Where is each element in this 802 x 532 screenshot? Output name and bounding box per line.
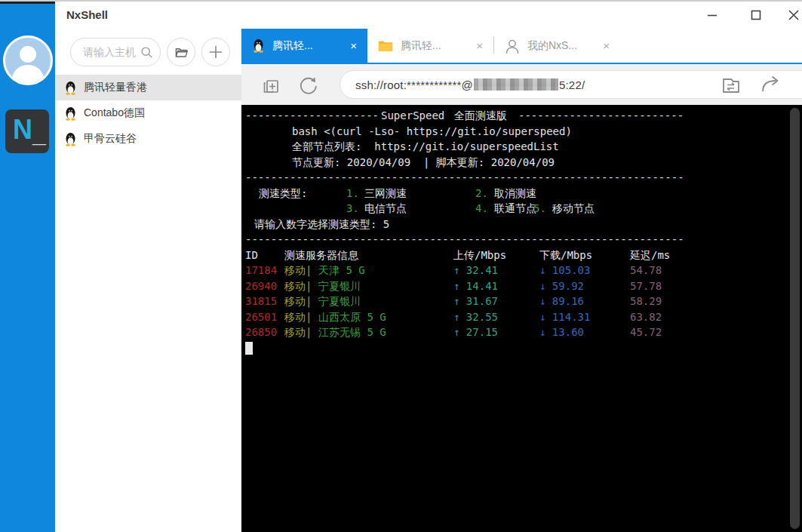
close-icon	[788, 9, 800, 21]
upload-mbps: ↑ 14.41	[453, 278, 498, 294]
location: 山西太原 5 G	[318, 309, 386, 325]
host-label: Contabo德国	[84, 106, 145, 120]
host-search[interactable]	[70, 38, 161, 66]
tab-bar: 腾讯轻...× 腾讯轻...× 我的NxS...×	[241, 29, 802, 63]
latency-ms: 45.72	[630, 324, 662, 340]
speedtest-table-row: 31815移动|宁夏银川↑ 31.67↓ 89.1658.29	[245, 294, 785, 309]
download-mbps: ↓ 59.92	[539, 278, 584, 294]
host-panel: 腾讯轻量香港 Contabo德国 甲骨云硅谷	[55, 29, 241, 532]
logo-underscore: _	[32, 120, 46, 148]
reload-icon	[298, 75, 319, 96]
user-avatar[interactable]	[3, 35, 53, 85]
tab-1[interactable]: 腾讯轻...×	[367, 29, 493, 63]
person-icon	[505, 38, 520, 54]
carrier: 移动|	[284, 324, 312, 340]
host-item-2[interactable]: 甲骨云硅谷	[55, 126, 241, 152]
add-host-button[interactable]	[201, 38, 230, 66]
address-suffix: 5:22/	[559, 78, 585, 91]
latency-ms: 57.78	[630, 278, 662, 294]
upload-mbps: ↑ 32.55	[453, 309, 498, 325]
terminal[interactable]: ---------------------SuperSpeed全面测速版----…	[241, 105, 802, 532]
minimize-button[interactable]	[695, 2, 730, 29]
host-label: 腾讯轻量香港	[84, 81, 147, 94]
download-mbps: ↓ 89.16	[539, 294, 584, 309]
folder-icon	[174, 45, 189, 60]
tab-label: 我的NxS...	[527, 39, 592, 53]
carrier: 移动|	[284, 309, 312, 325]
node-id: 26940	[245, 278, 277, 294]
terminal-line: 3.电信节点4.联通节点5.移动节点	[245, 201, 785, 217]
search-icon	[140, 46, 153, 59]
location: 宁夏银川	[318, 294, 361, 309]
terminal-line: bash <(curl -Lso- https://git.io/supersp…	[245, 124, 785, 140]
open-folder-button[interactable]	[167, 38, 195, 66]
tux-icon	[64, 132, 77, 146]
terminal-line: 全部节点列表: https://git.io/superspeedList	[245, 139, 785, 155]
col-upload: 上传/Mbps	[453, 248, 506, 263]
speedtest-table-row: 26850移动|江苏无锡 5 G↑ 27.15↓ 13.6045.72	[245, 324, 785, 340]
terminal-line: 测速类型:1.三网测速2.取消测速	[245, 186, 785, 201]
duplicate-plus-icon	[261, 75, 281, 95]
upload-mbps: ↑ 27.15	[453, 324, 498, 340]
nxshell-logo[interactable]: N _	[5, 109, 49, 153]
tab-0[interactable]: 腾讯轻...×	[241, 29, 367, 63]
app-title: NxShell	[66, 8, 108, 21]
carrier: 移动|	[284, 294, 312, 309]
terminal-cursor	[245, 342, 253, 355]
download-mbps: ↓ 13.60	[539, 324, 584, 340]
plus-icon	[209, 45, 223, 59]
tux-icon	[64, 81, 77, 95]
host-list: 腾讯轻量香港 Contabo德国 甲骨云硅谷	[55, 75, 241, 152]
tab-close-icon[interactable]: ×	[600, 39, 613, 52]
upload-mbps: ↑ 32.41	[453, 263, 498, 278]
download-mbps: ↓ 114.31	[539, 309, 590, 325]
tab-close-icon[interactable]: ×	[347, 39, 360, 52]
node-id: 31815	[245, 294, 277, 309]
terminal-line: 请输入数字选择测速类型: 5	[245, 217, 785, 232]
minimize-icon	[706, 9, 718, 21]
person-avatar-icon	[5, 38, 51, 83]
tab-label: 腾讯轻...	[272, 39, 340, 53]
maximize-icon	[750, 9, 762, 21]
col-download: 下载/Mbps	[539, 248, 592, 263]
file-transfer-icon	[721, 75, 742, 96]
file-transfer-button[interactable]	[718, 73, 744, 97]
nxshell-window: N _ NxShell	[0, 0, 802, 532]
speedtest-table-header: ID测速服务器信息上传/Mbps下载/Mbps延迟/ms	[245, 248, 785, 263]
tux-icon	[64, 106, 77, 121]
maximize-button[interactable]	[739, 2, 773, 29]
upload-mbps: ↑ 31.67	[453, 294, 498, 309]
curved-arrow-icon	[759, 75, 782, 96]
tab-close-icon[interactable]: ×	[473, 39, 486, 52]
tab-2[interactable]: 我的NxS...×	[494, 29, 620, 63]
tux-icon	[252, 38, 265, 53]
speedtest-table-row: 26940移动|宁夏银川↑ 14.41↓ 59.9257.78	[245, 278, 785, 294]
latency-ms: 54.78	[630, 263, 662, 278]
session-toolbar: ssh://root:************@5:22/	[241, 64, 802, 105]
reload-button[interactable]	[296, 73, 321, 97]
terminal-line: ---------------------SuperSpeed全面测速版----…	[245, 108, 785, 124]
forward-button[interactable]	[757, 73, 783, 97]
latency-ms: 58.29	[630, 294, 662, 309]
terminal-line: ----------------------------------------…	[245, 232, 785, 248]
node-id: 17184	[245, 263, 277, 278]
folder-icon	[378, 39, 393, 52]
terminal-scrollbar[interactable]	[790, 108, 800, 529]
location: 天津 5 G	[318, 263, 365, 278]
host-item-0[interactable]: 腾讯轻量香港	[55, 75, 241, 100]
host-item-1[interactable]: Contabo德国	[55, 100, 241, 126]
search-input[interactable]	[81, 45, 146, 59]
redacted-ip	[474, 78, 558, 91]
carrier: 移动|	[284, 263, 312, 278]
close-button[interactable]	[776, 2, 802, 29]
address-prefix: ssh://root:************@	[355, 78, 473, 91]
speedtest-table-row: 17184移动|天津 5 G↑ 32.41↓ 105.0354.78	[245, 263, 785, 278]
terminal-line: ----------------------------------------…	[245, 170, 785, 186]
tab-label: 腾讯轻...	[401, 39, 466, 53]
new-session-button[interactable]	[258, 73, 284, 97]
latency-ms: 63.82	[630, 309, 662, 325]
node-id: 26850	[245, 324, 277, 340]
download-mbps: ↓ 105.03	[539, 263, 590, 278]
col-latency: 延迟/ms	[630, 248, 670, 263]
location: 江苏无锡 5 G	[318, 324, 386, 340]
